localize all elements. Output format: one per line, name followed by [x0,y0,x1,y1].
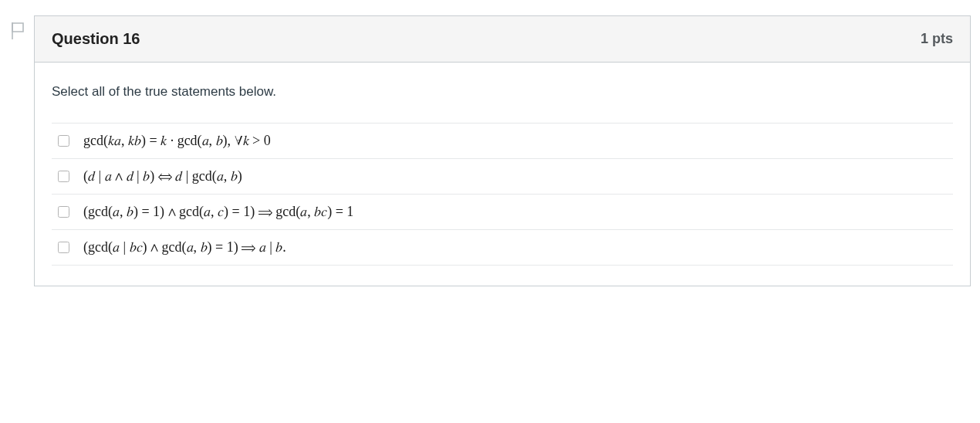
answer-math: (𝑑 | 𝑎 ∧ 𝑑 | 𝑏) ⟺ 𝑑 | gcd(𝑎, 𝑏) [83,168,242,184]
flag-icon[interactable] [9,15,28,42]
answer-list: gcd(𝑘𝑎, 𝑘𝑏) = 𝑘 · gcd(𝑎, 𝑏), ∀𝑘 > 0 (𝑑 |… [52,123,953,266]
answer-option[interactable]: (𝑑 | 𝑎 ∧ 𝑑 | 𝑏) ⟺ 𝑑 | gcd(𝑎, 𝑏) [52,159,953,195]
answer-checkbox[interactable] [58,242,69,253]
answer-checkbox[interactable] [58,171,69,182]
question-header: Question 16 1 pts [35,16,970,63]
answer-option[interactable]: (gcd(𝑎 | 𝑏𝑐) ∧ gcd(𝑎, 𝑏) = 1) ⟹ 𝑎 | 𝑏. [52,230,953,266]
question-container: Question 16 1 pts Select all of the true… [9,15,971,286]
question-body: Select all of the true statements below.… [35,63,970,286]
answer-checkbox[interactable] [58,135,69,147]
question-title: Question 16 [52,30,140,48]
question-prompt: Select all of the true statements below. [52,84,953,100]
question-points: 1 pts [921,31,953,47]
question-card: Question 16 1 pts Select all of the true… [34,15,971,286]
answer-math: gcd(𝑘𝑎, 𝑘𝑏) = 𝑘 · gcd(𝑎, 𝑏), ∀𝑘 > 0 [83,133,271,149]
answer-checkbox[interactable] [58,206,69,218]
answer-option[interactable]: (gcd(𝑎, 𝑏) = 1) ∧ gcd(𝑎, 𝑐) = 1) ⟹ gcd(𝑎… [52,195,953,230]
answer-math: (gcd(𝑎, 𝑏) = 1) ∧ gcd(𝑎, 𝑐) = 1) ⟹ gcd(𝑎… [83,204,353,220]
answer-option[interactable]: gcd(𝑘𝑎, 𝑘𝑏) = 𝑘 · gcd(𝑎, 𝑏), ∀𝑘 > 0 [52,124,953,159]
answer-math: (gcd(𝑎 | 𝑏𝑐) ∧ gcd(𝑎, 𝑏) = 1) ⟹ 𝑎 | 𝑏. [83,239,286,255]
